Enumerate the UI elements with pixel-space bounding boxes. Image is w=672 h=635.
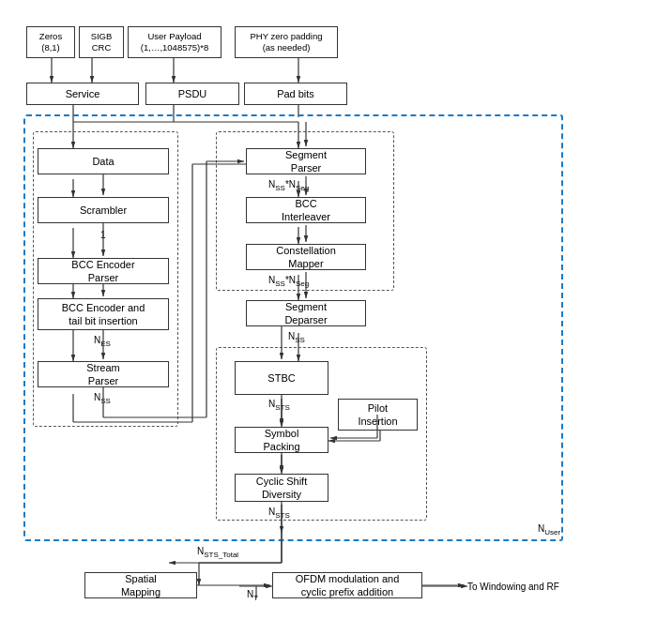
zeros-box: Zeros(8,1) [26,26,75,58]
user-payload-box: User Payload(1,…,1048575)*8 [128,26,221,58]
bcc-interleaver-block: BCCInterleaver [246,197,366,223]
pad-bits-block: Pad bits [244,83,347,105]
bcc-encoder-parser-block: BCC EncoderParser [38,258,169,284]
scrambler-block: Scrambler [38,197,169,223]
ofdm-block: OFDM modulation andcyclic prefix additio… [272,572,422,598]
psdu-block: PSDU [145,83,239,105]
n-sts-outer-label: NSTS [268,506,290,520]
one-label: 1 [100,230,106,240]
n-t-label: NT [247,589,258,602]
data-block: Data [38,148,169,174]
segment-deparser-block: SegmentDeparser [246,300,366,326]
n-ss-nseg-2-label: NSS*NSeg [268,275,309,288]
pilot-insertion-block: PilotInsertion [338,399,418,431]
phy-zero-box: PHY zero padding(as needed) [235,26,338,58]
to-windowing-label: To Windowing and RF [467,582,559,592]
n-es-label: NES [94,335,111,348]
n-sts-label: NSTS [268,399,290,412]
sigb-crc-box: SIGBCRC [79,26,124,58]
n-sts-total-label: NSTS_Total [197,546,238,559]
spatial-mapping-block: SpatialMapping [84,572,197,598]
cyclic-shift-block: Cyclic ShiftDiversity [235,474,328,502]
constellation-mapper-block: ConstellationMapper [246,244,366,270]
n-ss-deparser-label: NSS [288,331,305,344]
stbc-block: STBC [235,361,328,395]
service-block: Service [26,83,139,105]
n-user-label: NUser [538,523,560,537]
n-ss-stream-label: NSS [94,392,111,405]
segment-parser-block: SegmentParser [246,148,366,174]
symbol-packing-block: SymbolPacking [235,427,328,453]
bcc-encoder-tail-block: BCC Encoder andtail bit insertion [38,298,169,330]
stream-parser-block: StreamParser [38,361,169,387]
n-ss-nseg-1-label: NSS*NSeg [268,179,309,192]
